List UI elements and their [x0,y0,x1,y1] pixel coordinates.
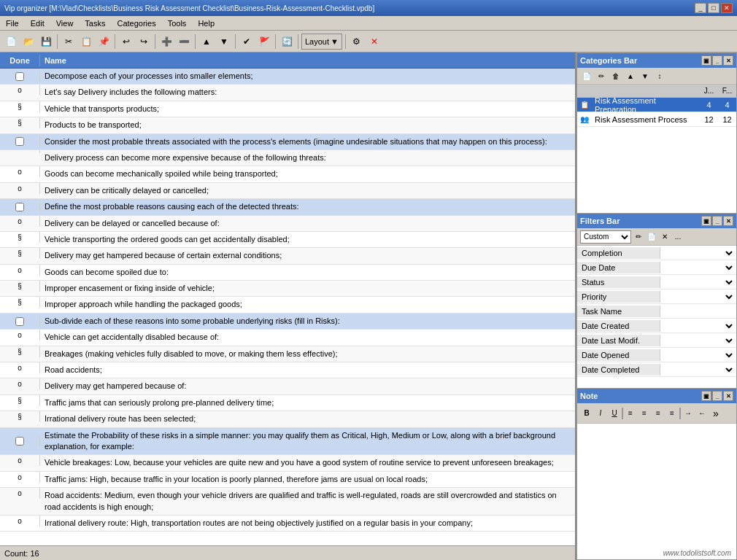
filters-minimize-button[interactable]: _ [712,216,722,226]
checkbox-23[interactable] [15,437,24,446]
marker-o-25: o [18,473,22,481]
categories-minimize-button[interactable]: _ [712,55,722,66]
note-bar-panel: Note ▣ _ ✕ B I U ≡ ≡ ≡ ≡ → ← » [576,388,737,560]
note-italic-button[interactable]: I [594,407,607,420]
filter-dropdown-dateopened[interactable] [662,349,736,361]
note-content[interactable] [577,424,736,559]
cat-item-2[interactable]: 👥 Risk Assessment Process 12 12 [577,112,736,127]
cat-delete-button[interactable]: 🗑 [609,69,622,82]
note-more-button[interactable]: » [709,407,722,420]
move-down-button[interactable]: ▼ [216,34,232,50]
note-restore-button[interactable]: ▣ [701,391,711,401]
cat-moveup-button[interactable]: ▲ [624,69,637,82]
cat-num1-1: 4 [700,101,718,109]
filter-preset-select[interactable]: Custom [580,230,631,244]
note-alignright-button[interactable]: ≡ [652,407,665,420]
note-indent-button[interactable]: → [682,407,695,420]
menu-view[interactable]: View [53,18,77,28]
cat-new-button[interactable]: 📄 [580,69,593,82]
cat-edit-button[interactable]: ✏ [595,69,608,82]
cut-button[interactable]: ✂ [61,34,77,50]
filter-dropdown-duedate[interactable] [662,262,736,273]
status-bar: Count: 16 [0,545,575,560]
content-row-6: Delivery process can become more expensi… [0,150,575,166]
filter-new-button[interactable]: 📄 [646,231,657,243]
close-button[interactable]: ✕ [721,3,733,13]
menu-file[interactable]: File [3,18,22,28]
right-panel: Categories Bar ▣ _ ✕ 📄 ✏ 🗑 ▲ ▼ ↕ J... [576,52,737,560]
name-cell-9: Define the most probable reasons causing… [40,199,575,214]
filter-delete-button[interactable]: ✕ [659,231,671,243]
note-minimize-button[interactable]: _ [712,391,722,401]
filter-dropdown-status[interactable] [662,276,736,288]
note-outdent-button[interactable]: ← [695,407,709,420]
filter-settings-button[interactable]: ... [672,231,684,243]
layout-dropdown[interactable]: Layout ▼ [301,34,342,50]
cat-num1-2: 12 [700,115,718,124]
categories-close-button[interactable]: ✕ [723,55,733,66]
filter-dropdown-priority[interactable] [662,291,736,303]
paste-button[interactable]: 📌 [96,34,112,50]
cat-expand-button[interactable]: ↕ [653,69,666,82]
layout-dropdown-arrow: ▼ [331,37,339,46]
filter-edit-button[interactable]: ✏ [633,231,644,243]
redo-button[interactable]: ↪ [136,34,152,50]
settings-button[interactable]: ⚙ [349,34,365,50]
filter-dropdown-datecompleted[interactable] [662,364,736,376]
done-cell-16[interactable] [0,316,40,327]
categories-bar-header: Categories Bar ▣ _ ✕ [577,53,736,68]
menu-help[interactable]: Help [195,18,217,28]
note-underline-button[interactable]: U [608,407,621,420]
filter-dropdown-completion[interactable] [662,247,736,259]
copy-button[interactable]: 📋 [78,34,94,50]
filter-dropdown-datecreated[interactable] [662,320,736,332]
checkbox-5[interactable] [15,137,24,146]
note-justify-button[interactable]: ≡ [665,407,679,420]
cat-col-j: J... [700,87,718,95]
note-close-button[interactable]: ✕ [723,391,733,401]
done-cell-9[interactable] [0,201,40,213]
delete-button2[interactable]: ✕ [366,34,382,50]
menu-tools[interactable]: Tools [165,18,190,28]
move-up-button[interactable]: ▲ [198,34,215,50]
done-cell-1[interactable] [0,71,40,82]
checkbox-1[interactable] [15,72,24,81]
open-button[interactable]: 📂 [20,34,36,50]
filter-dropdown-datelastmod[interactable] [662,335,736,346]
menu-edit[interactable]: Edit [28,18,47,28]
categories-restore-button[interactable]: ▣ [701,55,711,66]
filters-close-button[interactable]: ✕ [723,216,733,226]
name-cell-4: Products to be transported; [40,117,575,133]
done-cell-5[interactable] [0,136,40,147]
minimize-button[interactable]: _ [695,3,706,13]
name-cell-20: Delivery may get hampered because of: [40,378,575,394]
refresh-button[interactable]: 🔄 [279,34,295,50]
name-cell-16: Sub-divide each of these reasons into so… [40,314,575,329]
done-cell-23[interactable] [0,435,40,447]
checkbox-16[interactable] [15,317,24,326]
filters-restore-button[interactable]: ▣ [701,216,711,226]
marker-s-22: § [18,413,22,421]
filter-input-taskname[interactable] [662,306,736,317]
flag-button[interactable]: 🚩 [256,34,272,50]
maximize-button[interactable]: □ [708,3,719,13]
note-alignleft-button[interactable]: ≡ [624,407,637,420]
checkbox-9[interactable] [15,203,24,211]
cat-item-1[interactable]: 📋 Risk Assessment Preparation 4 4 [577,98,736,112]
checklist-body[interactable]: Decompose each of your processes into sm… [0,69,575,545]
cat-movedown-button[interactable]: ▼ [638,69,652,82]
menu-tasks[interactable]: Tasks [82,18,108,28]
save-button[interactable]: 💾 [38,34,54,50]
marker-s-18: § [18,348,22,356]
note-bold-button[interactable]: B [580,407,593,420]
new-button[interactable]: 📄 [3,34,19,50]
delete-task-button[interactable]: ➖ [176,34,192,50]
done-cell-8: o [0,183,40,194]
check-button[interactable]: ✔ [239,34,255,50]
add-task-button[interactable]: ➕ [158,34,174,50]
undo-button[interactable]: ↩ [118,34,134,50]
filter-control-taskname[interactable] [660,304,737,319]
menu-categories[interactable]: Categories [114,18,158,28]
name-cell-3: Vehicle that transports products; [40,101,575,117]
note-aligncenter-button[interactable]: ≡ [638,407,651,420]
